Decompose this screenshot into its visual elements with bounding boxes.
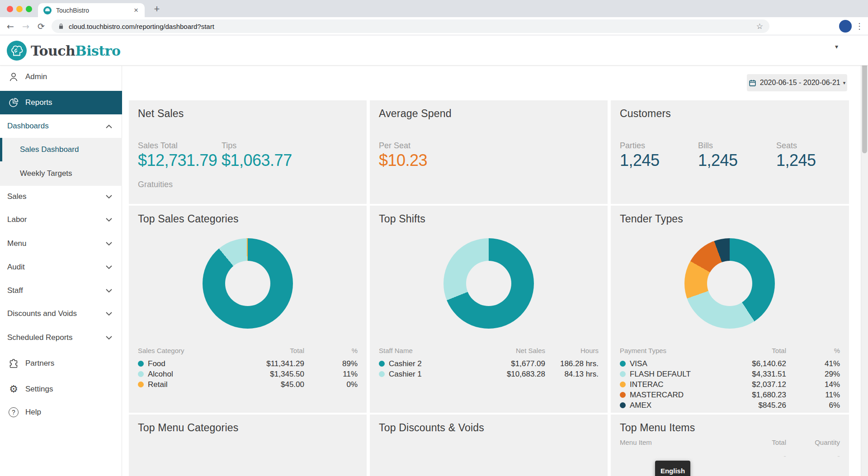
metric-label: Gratuities	[138, 180, 173, 189]
parties-value: 1,245	[620, 151, 660, 170]
app-header: TouchBistro ▾	[0, 36, 868, 66]
bookmark-star-icon[interactable]: ☆	[756, 22, 763, 31]
chevron-down-icon	[106, 239, 112, 248]
table-cell: $1,680.23	[696, 391, 786, 400]
table-cell: $10,683.28	[455, 370, 545, 379]
table-cell: 29%	[799, 370, 840, 379]
table-header: Total	[696, 438, 786, 446]
table-cell: $1,677.09	[455, 359, 545, 368]
sidebar-item-sales-dashboard[interactable]: Sales Dashboard	[0, 138, 122, 161]
metric-label: Seats	[776, 141, 797, 151]
legend-dot	[620, 392, 626, 398]
browser-tab[interactable]: TouchBistro ×	[38, 3, 145, 17]
window-minimize-button[interactable]	[16, 6, 23, 12]
sidebar-section-dashboards[interactable]: Dashboards	[0, 117, 122, 135]
sidebar: Admin Reports Dashboards Sales Dashboard…	[0, 66, 122, 476]
card-title: Top Sales Categories	[138, 213, 239, 225]
top-menu-items-card: Top Menu Items Menu Item Total Quantity …	[611, 415, 849, 476]
legend-dot	[620, 382, 626, 387]
sidebar-section-label: Menu	[7, 239, 27, 248]
top-discounts-voids-card: Top Discounts & Voids	[370, 415, 608, 476]
table-header: Hours	[549, 347, 599, 354]
pie-chart-icon	[8, 97, 19, 108]
gear-icon: ⚙	[8, 384, 19, 395]
sidebar-section-menu[interactable]: Menu	[0, 235, 122, 253]
table-cell: -	[799, 452, 840, 461]
table-cell: 186.28 hrs.	[544, 359, 599, 368]
language-button[interactable]: English	[655, 461, 690, 476]
table-cell: 11%	[799, 391, 840, 400]
legend-dot	[138, 371, 144, 377]
reload-icon[interactable]: ⟳	[35, 20, 47, 32]
forward-icon[interactable]: →	[20, 20, 32, 32]
sidebar-section-labor[interactable]: Labor	[0, 211, 122, 229]
dashboards-subsection: Sales Dashboard Weekly Targets	[0, 138, 122, 186]
sidebar-item-partners[interactable]: Partners	[0, 353, 122, 373]
card-title: Top Menu Items	[620, 422, 695, 434]
customers-card: Customers Parties 1,245 Bills 1,245 Seat…	[611, 100, 849, 204]
legend-dot	[620, 402, 626, 408]
table-cell: -	[696, 452, 786, 461]
seats-value: 1,245	[776, 151, 816, 170]
chef-hat-logo-icon	[7, 41, 27, 61]
chevron-down-icon: ▾	[843, 80, 846, 86]
metric-label: Parties	[620, 141, 645, 151]
card-title: Top Menu Categories	[138, 422, 238, 434]
card-title: Top Shifts	[379, 213, 425, 225]
sidebar-section-staff[interactable]: Staff	[0, 282, 122, 300]
sidebar-item-label: Partners	[25, 359, 54, 368]
url-bar[interactable]: cloud.touchbistro.com/reporting/dashboar…	[52, 19, 769, 33]
sidebar-section-scheduled-reports[interactable]: Scheduled Reports	[0, 329, 122, 347]
average-spend-card: Average Spend Per Seat $10.23	[370, 100, 608, 204]
sidebar-item-label: Weekly Targets	[20, 169, 72, 178]
window-zoom-button[interactable]	[26, 6, 32, 12]
table-cell: $845.26	[696, 401, 786, 410]
sidebar-item-reports[interactable]: Reports	[0, 91, 122, 114]
card-title: Average Spend	[379, 108, 452, 120]
sidebar-section-discounts-and-voids[interactable]: Discounts and Voids	[0, 305, 122, 323]
sidebar-section-audit[interactable]: Audit	[0, 258, 122, 276]
sidebar-item-admin[interactable]: Admin	[0, 67, 122, 87]
table-cell: 84.13 hrs.	[544, 370, 599, 379]
sidebar-section-label: Dashboards	[7, 122, 49, 131]
window-close-button[interactable]	[7, 6, 13, 12]
new-tab-button[interactable]: +	[150, 3, 164, 16]
profile-avatar[interactable]	[839, 20, 852, 33]
brand-name: TouchBistro	[31, 43, 121, 59]
sidebar-section-sales[interactable]: Sales	[0, 188, 122, 206]
date-range-picker[interactable]: 2020-06-15 - 2020-06-21 ▾	[747, 74, 847, 91]
legend-dot	[138, 382, 144, 387]
table-header: Net Sales	[455, 347, 545, 354]
lock-icon	[58, 23, 64, 29]
chevron-down-icon	[106, 263, 112, 272]
legend-dot	[138, 361, 144, 367]
date-range-text: 2020-06-15 - 2020-06-21	[760, 79, 840, 87]
top-menu-categories-card: Top Menu Categories	[129, 415, 367, 476]
tab-close-icon[interactable]: ×	[133, 6, 139, 15]
sidebar-item-help[interactable]: ? Help	[0, 402, 122, 422]
table-cell: $45.00	[214, 380, 304, 389]
metric-label: Bills	[698, 141, 713, 151]
sidebar-item-label: Help	[25, 408, 41, 417]
sidebar-item-label: Reports	[25, 98, 52, 107]
sidebar-item-label: Sales Dashboard	[20, 145, 79, 154]
table-cell: $1,345.50	[214, 370, 304, 379]
metric-label: Tips	[222, 141, 236, 151]
table-cell: $6,140.62	[696, 359, 786, 368]
legend-dot	[379, 371, 385, 377]
table-cell: 6%	[799, 401, 840, 410]
sidebar-section-label: Staff	[7, 286, 23, 295]
browser-menu-icon[interactable]: ⋮	[855, 20, 863, 32]
question-icon: ?	[8, 407, 19, 418]
table-cell: 11%	[317, 370, 358, 379]
top-sales-categories-card: Top Sales Categories Sales Category Tota…	[129, 206, 367, 413]
sidebar-item-settings[interactable]: ⚙ Settings	[0, 379, 122, 399]
table-header: %	[799, 347, 840, 354]
tender-types-card: Tender Types Payment Types Total % VISA …	[611, 206, 849, 413]
account-menu-caret-icon[interactable]: ▾	[835, 43, 838, 50]
legend-dot	[620, 361, 626, 367]
scrollbar-track[interactable]	[861, 36, 868, 476]
sidebar-item-weekly-targets[interactable]: Weekly Targets	[0, 162, 122, 185]
back-icon[interactable]: ←	[5, 20, 16, 32]
legend-dot	[379, 361, 385, 367]
